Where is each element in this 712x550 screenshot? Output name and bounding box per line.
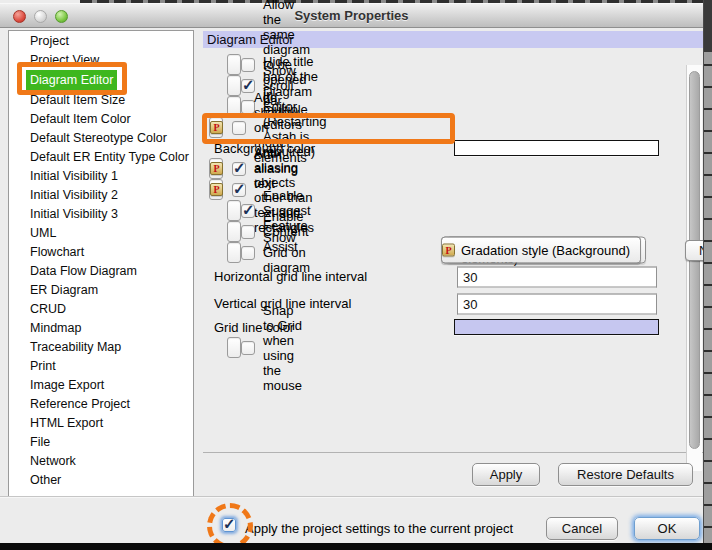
project-property-icon: P [442,244,455,257]
allow-the-same-diagram-checkbox[interactable] [241,58,255,72]
sidebar-item-label: Project View [30,51,99,70]
sidebar-item-crud[interactable]: CRUD [9,300,193,319]
sidebar-item-label: Default Stereotype Color [30,129,167,148]
enable-content-assist-checkbox[interactable] [241,225,255,239]
horizontal-grid-line-interval-input[interactable]: 30 [457,266,657,287]
diagram-editor-panel: Diagram Editor Allow the same diagram to… [203,31,703,495]
checkmark-icon: ✓ [242,76,255,94]
sidebar-item-label: Default Item Size [30,91,125,110]
settings-category-list: ProjectProject ViewDiagram EditorDefault… [8,30,194,497]
add-shadow-on-model-checkbox[interactable] [232,121,246,135]
sidebar-item-reference-project[interactable]: Reference Project [9,395,193,414]
background-ruler [703,0,712,550]
sidebar-item-label: Network [30,452,76,471]
anti-aliasing-text-row: P✓Anti-aliasing text [209,158,223,179]
sidebar-item-initial-visibility-2[interactable]: Initial Visibility 2 [9,186,193,205]
apply-project-settings-label: Apply the project settings to the curren… [245,521,513,536]
anti-aliasing-text-checkbox[interactable]: ✓ [232,162,246,176]
sidebar-item-label: HTML Export [30,414,103,433]
enable-suggest-feature-checkbox[interactable]: ✓ [241,204,255,218]
snap-to-grid-when-row: Snap to Grid when using the mouse [227,337,241,358]
sidebar-item-label: Flowchart [30,243,84,262]
snap-to-grid-when-label: Snap to Grid when using the mouse [263,303,302,393]
sidebar-item-label: File [30,433,50,452]
sidebar-item-initial-visibility-3[interactable]: Initial Visibility 3 [9,205,193,224]
sidebar-item-project[interactable]: Project [9,32,193,51]
sidebar-item-label: Data Flow Diagram [30,262,137,281]
sidebar-item-default-item-color[interactable]: Default Item Color [9,110,193,129]
minimize-button[interactable] [34,10,47,23]
sidebar-item-initial-visibility-1[interactable]: Initial Visibility 1 [9,167,193,186]
sidebar-item-er-diagram[interactable]: ER Diagram [9,281,193,300]
panel-settings-body: Allow the same diagram to be opened in m… [203,48,703,453]
sidebar-item-label: Print [30,357,56,376]
checkmark-icon: ✓ [233,159,246,177]
sidebar-item-project-view[interactable]: Project View [9,51,193,70]
sidebar-item-html-export[interactable]: HTML Export [9,414,193,433]
sidebar-item-label: Other [30,471,61,490]
snap-to-grid-when-checkbox[interactable] [241,341,255,355]
enable-suggest-feature-row: ✓Enable Suggest Feature [227,200,241,221]
apply-button[interactable]: Apply [472,463,540,486]
apply-project-settings-checkbox[interactable]: ✓ [222,518,236,532]
show-grid-on-diagram-row: Show Grid on diagram [227,242,241,263]
sidebar-item-file[interactable]: File [9,433,193,452]
sidebar-item-uml[interactable]: UML [9,224,193,243]
sidebar-item-label: UML [30,224,56,243]
sidebar-item-flowchart[interactable]: Flowchart [9,243,193,262]
anti-aliasing-objects-other-row: P✓Anti-aliasing objects other than text … [209,179,223,200]
allow-the-same-diagram-row: Allow the same diagram to be opened in m… [227,54,241,75]
screen-bottom-edge [0,543,712,550]
sidebar-item-label: ER Diagram [30,281,98,300]
checkmark-icon: ✓ [233,180,246,198]
footer-bar: ✓ Apply the project settings to the curr… [0,497,703,543]
sidebar-item-label: Project [30,32,69,51]
show-scroll-bar-row: ✓Show scroll bar [227,75,241,96]
gradation-style-background-label: Gradation style (Background) [461,243,630,258]
anti-aliasing-objects-other-checkbox[interactable]: ✓ [232,183,246,197]
close-button[interactable] [13,10,26,23]
hide-title-bar-of-checkbox[interactable] [241,100,255,114]
horizontal-grid-line-interval-row: Horizontal grid line interval30 [214,263,703,290]
ok-button[interactable]: OK [634,517,700,540]
titlebar[interactable]: System Properties [0,3,703,28]
sidebar-item-label: Initial Visibility 2 [30,186,118,205]
sidebar-item-network[interactable]: Network [9,452,193,471]
show-grid-on-diagram-checkbox[interactable] [241,246,255,260]
window-title: System Properties [0,4,703,28]
sidebar-item-default-stereotype-color[interactable]: Default Stereotype Color [9,129,193,148]
sidebar-item-traceability-map[interactable]: Traceability Map [9,338,193,357]
sidebar-item-mindmap[interactable]: Mindmap [9,319,193,338]
sidebar-item-label: Mindmap [30,319,81,338]
sidebar-item-label: Image Export [30,376,104,395]
system-properties-dialog: System Properties ProjectProject ViewDia… [0,0,712,550]
sidebar-item-other[interactable]: Other [9,471,193,490]
sidebar-item-label: Initial Visibility 3 [30,205,118,224]
panel-button-row: Apply Restore Defaults [203,453,703,494]
sidebar-item-data-flow-diagram[interactable]: Data Flow Diagram [9,262,193,281]
gradation-style-background-row: PGradation style (Background)Normal [441,237,641,264]
checkmark-icon: ✓ [242,201,255,219]
grid-line-color-swatch[interactable] [454,319,659,335]
show-scroll-bar-checkbox[interactable]: ✓ [241,79,255,93]
cancel-button[interactable]: Cancel [546,517,618,540]
project-property-icon: P [210,183,223,196]
add-shadow-on-model-row: PAdd shadow on model elements [209,117,223,138]
sidebar-item-diagram-editor[interactable]: Diagram Editor [9,70,193,91]
sidebar-item-label: Initial Visibility 1 [30,167,118,186]
vertical-grid-line-interval-input[interactable]: 30 [457,293,657,314]
sidebar-item-default-er-entity-type[interactable]: Default ER Entity Type Color [9,148,193,167]
background-color-swatch[interactable] [454,140,659,156]
restore-defaults-button[interactable]: Restore Defaults [558,463,693,486]
sidebar-item-default-item-size[interactable]: Default Item Size [9,91,193,110]
sidebar-item-image-export[interactable]: Image Export [9,376,193,395]
sidebar-item-label: Default Item Color [30,110,131,129]
sidebar-item-label: Default ER Entity Type Color [30,148,189,167]
sidebar-item-label: Diagram Editor [26,70,117,91]
sidebar-item-label: Reference Project [30,395,130,414]
zoom-button[interactable] [55,10,68,23]
sidebar-item-label: CRUD [30,300,66,319]
sidebar-item-print[interactable]: Print [9,357,193,376]
enable-content-assist-row: Enable Content Assist [227,221,241,242]
checkmark-icon: ✓ [223,515,236,533]
